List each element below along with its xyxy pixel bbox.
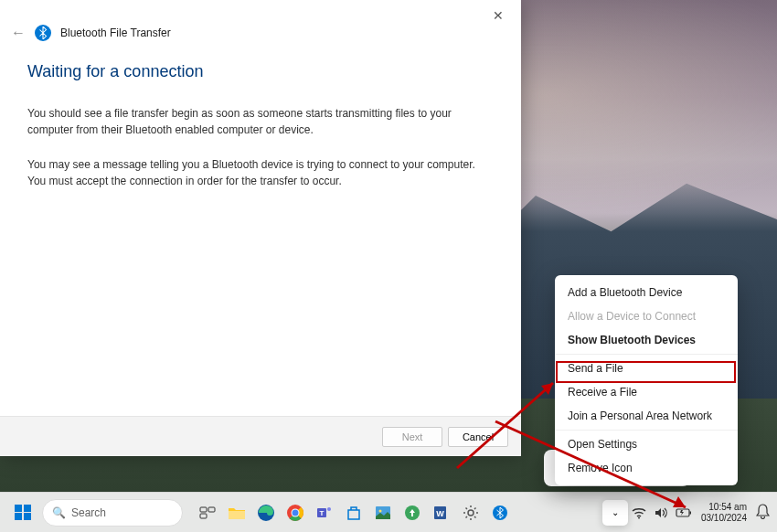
vpn-icon[interactable] <box>399 499 426 527</box>
svg-rect-4 <box>229 511 245 519</box>
bluetooth-tray-context-menu: Add a Bluetooth Device Allow a Device to… <box>555 275 738 485</box>
taskbar-pinned-apps: T W <box>194 499 514 527</box>
svg-rect-1 <box>200 507 207 512</box>
search-placeholder: Search <box>71 506 106 519</box>
dialog-content: Waiting for a connection You should see … <box>27 62 494 207</box>
taskbar-left-group: 🔍 Search T W <box>0 497 514 528</box>
system-tray: ⌄ 10:54 am 03/10/2024 <box>602 500 777 526</box>
edge-icon[interactable] <box>252 499 280 527</box>
search-icon: 🔍 <box>52 506 66 519</box>
volume-icon[interactable] <box>654 506 668 519</box>
menu-open-settings[interactable]: Open Settings <box>555 432 738 456</box>
svg-point-12 <box>327 507 331 511</box>
notifications-icon[interactable] <box>756 504 770 522</box>
chrome-icon[interactable] <box>282 499 309 527</box>
menu-receive-file[interactable]: Receive a File <box>555 380 738 404</box>
task-view-icon[interactable] <box>194 499 221 527</box>
battery-icon[interactable] <box>676 506 692 519</box>
menu-allow-device-connect: Allow a Device to Connect <box>555 304 738 328</box>
next-button[interactable]: Next <box>382 427 442 447</box>
dialog-titlebar: ← Bluetooth File Transfer <box>11 25 171 41</box>
settings-icon[interactable] <box>457 499 484 527</box>
cancel-button[interactable]: Cancel <box>448 427 508 447</box>
store-icon[interactable] <box>340 499 367 527</box>
clock[interactable]: 10:54 am 03/10/2024 <box>701 502 747 524</box>
taskbar: 🔍 Search T W ⌄ 10:54 am 03/10/2024 <box>0 492 777 532</box>
bluetooth-file-transfer-dialog: ✕ ← Bluetooth File Transfer Waiting for … <box>0 0 521 456</box>
dialog-title: Bluetooth File Transfer <box>60 27 171 39</box>
menu-divider <box>555 430 738 431</box>
bluetooth-icon <box>35 25 51 41</box>
tray-overflow-chevron-icon[interactable]: ⌄ <box>602 500 628 526</box>
wifi-icon[interactable] <box>632 506 646 519</box>
dialog-para-1: You should see a file transfer begin as … <box>27 105 494 138</box>
menu-add-bluetooth-device[interactable]: Add a Bluetooth Device <box>555 281 738 304</box>
svg-rect-23 <box>689 511 691 514</box>
menu-send-file[interactable]: Send a File <box>555 356 738 380</box>
svg-point-15 <box>379 509 382 512</box>
windows-logo-icon <box>15 505 31 521</box>
svg-point-10 <box>293 509 299 516</box>
menu-divider <box>555 354 738 355</box>
back-arrow-icon[interactable]: ← <box>11 25 26 41</box>
svg-text:T: T <box>320 509 325 517</box>
svg-rect-2 <box>208 507 215 512</box>
teams-icon[interactable]: T <box>311 499 338 527</box>
menu-remove-icon[interactable]: Remove Icon <box>555 456 738 480</box>
file-explorer-icon[interactable] <box>223 499 250 527</box>
search-box[interactable]: 🔍 Search <box>42 499 183 527</box>
svg-point-19 <box>468 510 474 516</box>
dialog-footer: Next Cancel <box>0 416 521 456</box>
dialog-heading: Waiting for a connection <box>27 62 494 81</box>
close-button[interactable]: ✕ <box>484 5 512 27</box>
clock-time: 10:54 am <box>701 502 747 513</box>
svg-rect-3 <box>200 514 207 518</box>
start-button[interactable] <box>7 497 38 528</box>
svg-text:W: W <box>436 509 444 518</box>
menu-join-pan[interactable]: Join a Personal Area Network <box>555 404 738 428</box>
svg-point-21 <box>638 516 640 518</box>
bluetooth-taskbar-icon[interactable] <box>486 499 514 527</box>
photos-icon[interactable] <box>369 499 397 527</box>
word-icon[interactable]: W <box>428 499 455 527</box>
menu-show-bluetooth-devices[interactable]: Show Bluetooth Devices <box>555 328 738 352</box>
dialog-para-2: You may see a message telling you a Blue… <box>27 156 494 189</box>
systray-quick-icons[interactable] <box>632 506 692 519</box>
clock-date: 03/10/2024 <box>701 513 747 524</box>
